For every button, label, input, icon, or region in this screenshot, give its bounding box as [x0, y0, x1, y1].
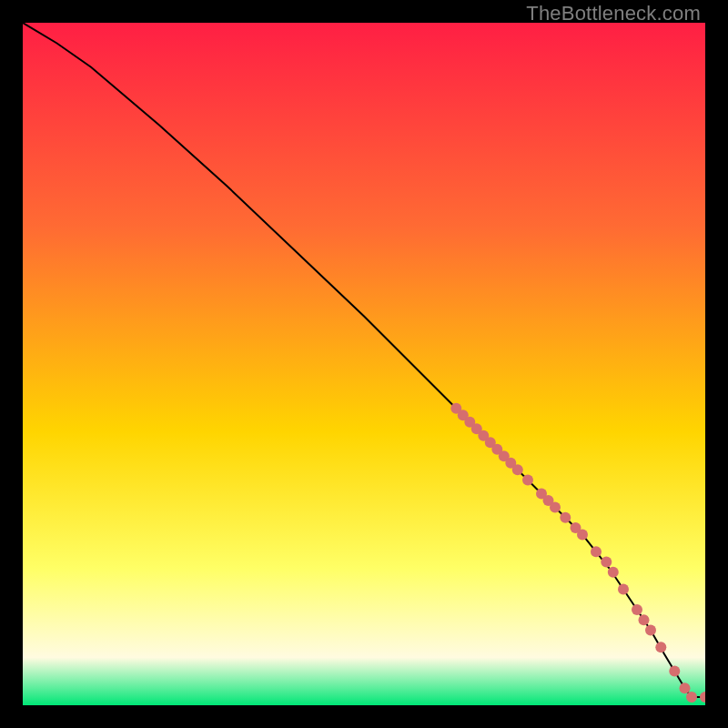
curve-marker — [550, 502, 561, 513]
chart-background — [23, 23, 705, 705]
watermark-text: TheBottleneck.com — [526, 2, 701, 25]
curve-marker — [522, 475, 533, 486]
curve-marker — [680, 682, 691, 693]
curve-marker — [655, 642, 666, 652]
chart-frame — [23, 23, 705, 705]
curve-marker — [608, 567, 619, 578]
curve-marker — [577, 530, 588, 541]
curve-marker — [560, 512, 571, 523]
curve-marker — [639, 614, 650, 625]
curve-marker — [669, 666, 680, 677]
curve-marker — [601, 557, 612, 568]
curve-marker — [632, 604, 642, 615]
curve-marker — [618, 584, 629, 595]
curve-marker — [686, 692, 697, 703]
curve-marker — [645, 625, 656, 636]
curve-marker — [591, 546, 602, 557]
chart-plot — [23, 23, 705, 705]
curve-marker — [512, 464, 523, 475]
